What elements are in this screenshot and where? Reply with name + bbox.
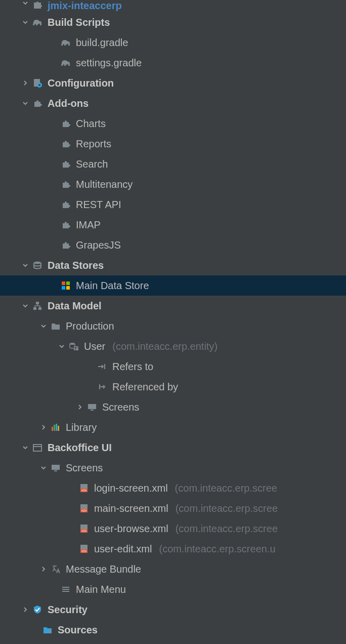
main-menu-node[interactable]: Main Menu	[0, 579, 346, 599]
security-node[interactable]: Security	[0, 599, 346, 620]
svg-rect-24	[54, 470, 57, 471]
entity-icon	[67, 341, 81, 351]
chevron-right-icon	[38, 566, 49, 572]
project-root[interactable]: jmix-inteaccerp	[0, 0, 346, 12]
addon-label: REST API	[76, 199, 121, 211]
library-icon	[49, 423, 63, 432]
elephant-icon	[30, 18, 45, 27]
svg-rect-7	[66, 286, 70, 290]
svg-text:</>: </>	[81, 489, 87, 492]
svg-rect-9	[33, 307, 36, 310]
referenced-by-node[interactable]: Referenced by	[0, 377, 346, 397]
addon-label: Multitenancy	[76, 179, 133, 190]
production-label: Production	[66, 320, 114, 332]
chevron-down-icon	[20, 262, 30, 268]
build-scripts-label: Build Scripts	[48, 17, 110, 28]
file-label: login-screen.xml	[94, 482, 168, 494]
screen-file[interactable]: </> user-browse.xml (com.inteacc.erp.scr…	[0, 518, 346, 539]
message-bundle-node[interactable]: Message Bundle	[0, 559, 346, 579]
xml-icon: </>	[77, 503, 91, 513]
addon-item-charts[interactable]: Charts	[0, 113, 346, 134]
screen-file[interactable]: </> main-screen.xml (com.inteacc.erp.scr…	[0, 498, 346, 518]
file-label: main-screen.xml	[94, 503, 168, 514]
window-icon	[30, 443, 45, 452]
svg-rect-10	[38, 307, 41, 310]
svg-rect-18	[54, 425, 55, 431]
svg-rect-23	[52, 465, 60, 470]
translate-icon	[49, 564, 63, 574]
file-label: user-edit.xml	[94, 543, 152, 555]
addon-item-multitenancy[interactable]: Multitenancy	[0, 174, 346, 194]
addon-item-grapesjs[interactable]: GrapesJS	[0, 235, 346, 255]
screens-node[interactable]: Screens	[0, 458, 346, 478]
puzzle-icon	[59, 199, 73, 210]
svg-text:</>: </>	[81, 529, 87, 533]
svg-rect-19	[56, 424, 57, 431]
chevron-down-icon	[20, 100, 30, 106]
svg-rect-21	[33, 445, 41, 451]
data-stores-node[interactable]: Data Stores	[0, 255, 346, 275]
chevron-down-icon	[20, 303, 30, 309]
settings-gradle-file[interactable]: settings.gradle	[0, 53, 346, 73]
user-entity[interactable]: User (com.inteacc.erp.entity)	[0, 336, 346, 356]
screen-file[interactable]: </> user-edit.xml (com.inteacc.erp.scree…	[0, 539, 346, 559]
data-store-label: Main Data Store	[76, 280, 149, 292]
svg-rect-12	[74, 346, 78, 350]
production-folder[interactable]: Production	[0, 316, 346, 336]
monitor-icon	[85, 402, 99, 412]
chevron-down-icon	[20, 445, 30, 451]
addon-item-reports[interactable]: Reports	[0, 134, 346, 154]
model-icon	[30, 301, 45, 311]
backoffice-label: Backoffice UI	[48, 442, 112, 454]
referenced-by-label: Referenced by	[112, 381, 178, 393]
svg-rect-6	[62, 286, 65, 290]
puzzle-icon	[59, 139, 73, 149]
elephant-icon	[59, 58, 73, 67]
arrow-in-icon	[95, 363, 109, 371]
addon-label: IMAP	[76, 219, 101, 231]
svg-point-2	[38, 84, 40, 86]
user-screens-node[interactable]: Screens	[0, 397, 346, 417]
puzzle-icon	[59, 118, 73, 129]
svg-point-3	[34, 262, 41, 264]
refers-to-label: Refers to	[112, 361, 153, 373]
backoffice-node[interactable]: Backoffice UI	[0, 437, 346, 458]
file-hint: (com.inteacc.erp.screen.u	[159, 543, 275, 555]
chevron-down-icon	[20, 19, 30, 25]
file-label: user-browse.xml	[94, 523, 168, 535]
config-icon	[30, 78, 45, 88]
addon-item-imap[interactable]: IMAP	[0, 215, 346, 235]
configuration-node[interactable]: Configuration	[0, 73, 346, 93]
addon-label: GrapesJS	[76, 239, 121, 251]
addon-item-search[interactable]: Search	[0, 154, 346, 174]
file-hint: (com.inteacc.erp.scree	[176, 503, 278, 514]
svg-rect-8	[36, 302, 39, 304]
svg-rect-4	[62, 281, 65, 285]
puzzle-icon	[30, 0, 45, 10]
main-data-store[interactable]: Main Data Store	[0, 275, 346, 296]
addon-item-restapi[interactable]: REST API	[0, 194, 346, 215]
data-model-node[interactable]: Data Model	[0, 296, 346, 316]
puzzle-icon	[59, 220, 73, 230]
build-gradle-file[interactable]: build.gradle	[0, 32, 346, 53]
chevron-down-icon	[20, 0, 30, 6]
library-node[interactable]: Library	[0, 417, 346, 437]
screens-label: Screens	[66, 462, 103, 474]
security-label: Security	[48, 604, 88, 616]
screen-file[interactable]: </> login-screen.xml (com.inteacc.erp.sc…	[0, 478, 346, 498]
addon-label: Reports	[76, 138, 111, 150]
file-hint: (com.inteacc.erp.scree	[176, 523, 278, 535]
sources-label: Sources	[58, 624, 98, 636]
build-scripts-node[interactable]: Build Scripts	[0, 12, 346, 32]
refers-to-node[interactable]: Refers to	[0, 356, 346, 377]
ms-logo-icon	[59, 280, 73, 291]
shield-icon	[30, 605, 45, 615]
user-label: User	[84, 341, 105, 352]
file-label: settings.gradle	[76, 57, 142, 69]
svg-rect-15	[88, 404, 96, 409]
addons-node[interactable]: Add-ons	[0, 93, 346, 113]
svg-text:</>: </>	[81, 509, 87, 512]
sources-node[interactable]: Sources	[0, 620, 346, 640]
chevron-down-icon	[57, 343, 67, 349]
file-hint: (com.inteacc.erp.scree	[175, 482, 277, 494]
